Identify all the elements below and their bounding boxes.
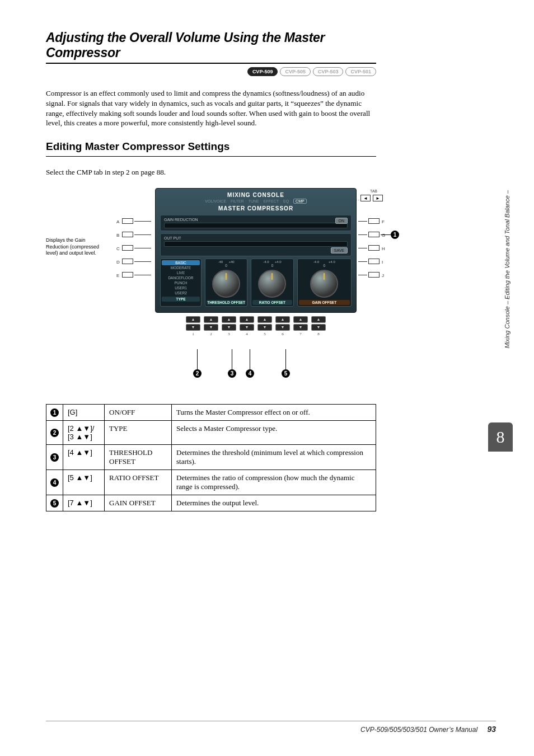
leader-line [134,248,151,248]
type-option[interactable]: BASIC [162,260,200,265]
up-button-6[interactable]: ▲ [275,316,290,323]
model-badges: CVP-509 CVP-505 CVP-503 CVP-501 [46,67,376,76]
side-chapter-label: Mixing Console – Editing the Volume and … [504,190,510,348]
footer: CVP-509/505/503/501 Owner’s Manual 93 [360,725,496,734]
ratio-header: RATIO OFFSET [252,300,292,305]
callout-line [232,349,232,369]
panel-button-c[interactable] [122,245,133,251]
button-cell: [7 ▲▼] [63,495,105,511]
console-tabs: VOL/VOICEFILTERTUNEEFFECTEQCMP [160,199,352,203]
callout-3: 3 [228,369,236,378]
panel-label-h: H [382,246,385,251]
down-button-3[interactable]: ▼ [222,324,236,331]
param-cell: TYPE [105,421,172,445]
gain-header: GAIN OFFSET [299,300,350,305]
panel-label-i: I [382,260,383,265]
panel-button-e[interactable] [122,272,133,278]
param-cell: RATIO OFFSET [105,470,172,495]
type-option[interactable]: MODERATE [162,265,200,270]
up-button-2[interactable]: ▲ [204,316,218,323]
type-option[interactable]: PUNCH [162,280,200,285]
callout-line [285,349,286,369]
panel-button-i[interactable] [368,259,380,264]
panel-button-g[interactable] [368,232,380,237]
table-row: 2 [2 ▲▼]/ [3 ▲▼] TYPE Selects a Master C… [46,421,376,445]
button-cell: [2 ▲▼]/ [3 ▲▼] [63,421,105,445]
lead-paragraph: Select the CMP tab in step 2 on page 88. [46,168,376,177]
gain-dial[interactable] [310,270,338,298]
row-num: 1 [50,408,59,417]
leader-line [134,234,151,235]
button-cell: [4 ▲▼] [63,445,105,470]
chapter-tab: 8 [488,422,513,452]
up-button-1[interactable]: ▲ [186,316,200,323]
leader-line [134,275,151,275]
type-option[interactable]: LIVE [162,270,200,275]
bottom-button-row: ▲▼1 ▲▼2 ▲▼3 ▲▼4 ▲▼5 ▲▼6 ▲▼7 ▲▼8 [155,316,357,336]
param-cell: ON/OFF [105,405,172,421]
up-button-8[interactable]: ▲ [311,316,326,323]
gain-reduction-meter [164,223,348,228]
panel-button-j[interactable] [368,272,380,278]
callout-1: 1 [391,231,399,239]
chapter-number: 8 [496,428,505,447]
up-button-5[interactable]: ▲ [257,316,272,323]
down-button-4[interactable]: ▼ [240,324,254,331]
console-title: MIXING CONSOLE [160,192,352,198]
type-option[interactable]: USER2 [162,290,200,295]
tab-prev-button[interactable]: ◄ [360,195,371,201]
tab-label: TAB [370,189,377,193]
table-row: 5 [7 ▲▼] GAIN OFFSET Determines the outp… [46,495,376,511]
leader-line [358,248,367,248]
callout-5: 5 [282,369,290,378]
ratio-dial[interactable] [258,270,286,298]
table-row: 1 [G] ON/OFF Turns the Master Compressor… [46,405,376,421]
down-button-1[interactable]: ▼ [186,324,200,331]
panel-label-j: J [382,273,384,278]
leader-line [134,261,151,262]
gain-column: -4.0 +4.0 0 GAIN OFFSET [297,259,352,307]
on-button[interactable]: ON [335,218,348,224]
mixing-console-screenshot: MIXING CONSOLE VOL/VOICEFILTERTUNEEFFECT… [155,188,357,313]
figure-side-note: Displays the Gain Reduction (compressed … [46,237,107,256]
parameters-table: 1 [G] ON/OFF Turns the Master Compressor… [46,404,376,511]
panel-button-a[interactable] [122,218,133,224]
down-button-8[interactable]: ▼ [311,324,326,331]
down-button-2[interactable]: ▼ [204,324,218,331]
type-option[interactable]: USER1 [162,285,200,290]
panel-button-f[interactable] [368,218,380,224]
up-button-4[interactable]: ▲ [240,316,254,323]
save-button[interactable]: SAVE [331,247,348,253]
section-title: Adjusting the Overall Volume Using the M… [46,30,376,64]
panel-button-h[interactable] [368,245,380,251]
callout-4: 4 [246,369,254,378]
badge-cvp-501: CVP-501 [345,67,376,76]
down-button-5[interactable]: ▼ [257,324,272,331]
param-cell: THRESHOLD OFFSET [105,445,172,470]
threshold-column: -40 +40 0 THRESHOLD OFFSET [205,259,247,307]
row-num: 4 [50,478,59,487]
figure: Displays the Gain Reduction (compressed … [46,188,376,378]
gain-reduction-label: GAIN REDUCTION [164,218,348,222]
gain-reduction-panel: GAIN REDUCTION ON [160,215,352,231]
down-button-7[interactable]: ▼ [293,324,308,331]
ratio-column: -4.0 +4.0 0 RATIO OFFSET [251,259,293,307]
type-option[interactable]: DANCEFLOOR [162,275,200,280]
up-button-7[interactable]: ▲ [293,316,308,323]
leader-line [358,234,367,235]
up-button-3[interactable]: ▲ [222,316,236,323]
desc-cell: Determines the ratio of compression (how… [172,470,376,495]
threshold-dial[interactable] [212,270,240,298]
desc-cell: Selects a Master Compressor type. [172,421,376,445]
desc-cell: Determines the threshold (minimum level … [172,445,376,470]
down-button-6[interactable]: ▼ [275,324,290,331]
panel-button-b[interactable] [122,232,133,237]
badge-cvp-505: CVP-505 [280,67,311,76]
badge-cvp-503: CVP-503 [313,67,344,76]
leader-line [358,275,367,275]
tab-next-button[interactable]: ► [373,195,383,201]
panel-button-d[interactable] [122,259,133,264]
output-panel: OUT PUT SAVE [160,233,352,256]
row-num: 3 [50,453,59,462]
type-column[interactable]: BASIC MODERATE LIVE DANCEFLOOR PUNCH USE… [160,259,202,307]
